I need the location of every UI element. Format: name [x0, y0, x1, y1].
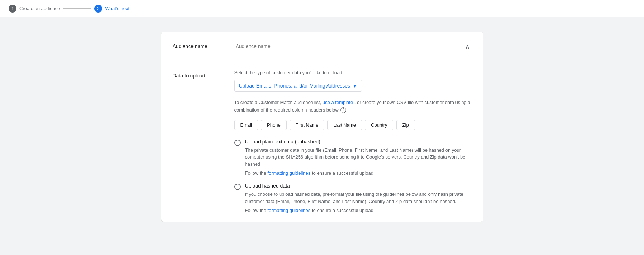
radio-group: Upload plain text data (unhashed) The pr… [234, 139, 472, 213]
audience-name-section: Audience name ∧ [161, 32, 483, 61]
audience-name-input[interactable] [234, 41, 463, 52]
step-connector [63, 8, 91, 9]
column-chip: Last Name [327, 120, 362, 130]
radio-option-1: Upload plain text data (unhashed) The pr… [234, 139, 472, 176]
template-text: To create a Customer Match audience list… [234, 99, 472, 114]
column-chip: Country [365, 120, 393, 130]
column-chips: EmailPhoneFirst NameLast NameCountryZip [234, 120, 472, 130]
help-icon[interactable]: ? [340, 107, 346, 113]
radio-description-2: If you choose to upload hashed data, pre… [245, 191, 472, 205]
stepper-bar: 1 Create an audience 2 What's next [0, 0, 644, 17]
step-2-label: What's next [105, 6, 129, 11]
chevron-up-icon[interactable]: ∧ [463, 41, 472, 52]
step-2: 2 What's next [94, 5, 129, 13]
data-upload-content: Select the type of customer data you'd l… [234, 70, 472, 213]
use-template-link[interactable]: use a template [323, 100, 353, 105]
radio-description-1: The private customer data in your file (… [245, 147, 472, 168]
radio-title-2: Upload hashed data [245, 183, 472, 189]
radio-link-2: Follow the formatting guidelines to ensu… [245, 208, 472, 213]
column-chip: Zip [396, 120, 415, 130]
column-chip: First Name [290, 120, 325, 130]
column-chip: Email [234, 120, 258, 130]
radio-option-2: Upload hashed data If you choose to uplo… [234, 183, 472, 213]
dropdown-arrow-icon: ▼ [352, 83, 357, 89]
column-chip: Phone [261, 120, 287, 130]
radio-input-2[interactable] [234, 184, 241, 190]
radio-input-1[interactable] [234, 140, 241, 146]
main-content: Audience name ∧ Data to upload Select th… [0, 17, 644, 236]
template-text-part1: To create a Customer Match audience list… [234, 100, 321, 105]
data-type-dropdown-value: Upload Emails, Phones, and/or Mailing Ad… [239, 83, 350, 89]
radio-content-1: Upload plain text data (unhashed) The pr… [245, 139, 472, 176]
radio-link-1: Follow the formatting guidelines to ensu… [245, 170, 472, 176]
audience-name-content: ∧ [234, 41, 472, 52]
main-card: Audience name ∧ Data to upload Select th… [161, 32, 483, 222]
radio-title-1: Upload plain text data (unhashed) [245, 139, 472, 145]
upload-description: Select the type of customer data you'd l… [234, 70, 472, 75]
audience-name-label: Audience name [173, 41, 223, 52]
step-2-circle: 2 [94, 5, 102, 13]
formatting-guidelines-link-2[interactable]: formatting guidelines [267, 208, 310, 213]
audience-name-row: ∧ [234, 41, 472, 52]
step-1-circle: 1 [9, 5, 16, 13]
step-1-label: Create an audience [19, 6, 60, 11]
step-1: 1 Create an audience [9, 5, 60, 13]
data-upload-label: Data to upload [173, 70, 223, 213]
radio-content-2: Upload hashed data If you choose to uplo… [245, 183, 472, 213]
data-upload-section: Data to upload Select the type of custom… [161, 61, 483, 222]
formatting-guidelines-link-1[interactable]: formatting guidelines [267, 170, 310, 176]
data-type-dropdown[interactable]: Upload Emails, Phones, and/or Mailing Ad… [234, 80, 362, 92]
